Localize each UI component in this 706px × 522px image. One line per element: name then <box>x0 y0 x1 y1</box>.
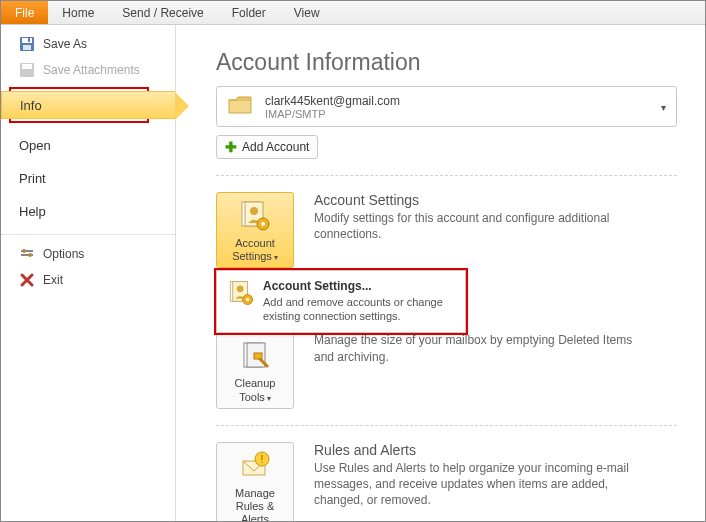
rules-icon: ! <box>238 449 272 483</box>
sidebar-options[interactable]: Options <box>1 241 175 267</box>
svg-point-13 <box>250 207 258 215</box>
file-tab[interactable]: File <box>1 1 48 24</box>
backstage-sidebar: Save As Save Attachments Info Open Print… <box>1 25 176 521</box>
sidebar-open[interactable]: Open <box>1 129 175 162</box>
tab-send-receive[interactable]: Send / Receive <box>108 1 217 24</box>
button-label: Account Settings <box>232 237 275 262</box>
button-label: Manage Rules & Alerts <box>235 487 275 521</box>
cleanup-tools-button[interactable]: Cleanup Tools▾ <box>216 332 294 408</box>
section-desc: Manage the size of your mailbox by empty… <box>314 332 644 364</box>
sidebar-save-attachments: Save Attachments <box>1 57 175 83</box>
svg-rect-2 <box>23 45 31 50</box>
backstage-main: Account Information clark445kent@gmail.c… <box>176 25 705 521</box>
add-account-button[interactable]: ✚ Add Account <box>216 135 318 159</box>
tab-view[interactable]: View <box>280 1 334 24</box>
sidebar-item-label: Save Attachments <box>43 63 140 77</box>
plus-icon: ✚ <box>225 141 237 153</box>
menu-item-desc: Add and remove accounts or change existi… <box>263 295 455 324</box>
svg-rect-1 <box>22 38 32 43</box>
section-desc: Use Rules and Alerts to help organize yo… <box>314 460 644 509</box>
save-icon <box>19 36 35 52</box>
cleanup-icon <box>238 339 272 373</box>
sidebar-item-label: Options <box>43 247 84 261</box>
separator <box>216 425 677 426</box>
svg-text:!: ! <box>261 454 264 465</box>
account-settings-icon <box>238 199 272 233</box>
svg-point-20 <box>246 298 249 301</box>
sidebar-item-label: Save As <box>43 37 87 51</box>
svg-rect-3 <box>28 38 30 42</box>
section-title: Rules and Alerts <box>314 442 644 458</box>
chevron-down-icon: ▾ <box>274 253 278 263</box>
svg-point-9 <box>28 253 32 257</box>
section-rules: ! Manage Rules & Alerts Rules and Alerts… <box>216 442 677 521</box>
account-settings-button[interactable]: Account Settings▾ <box>216 192 294 268</box>
tab-home[interactable]: Home <box>48 1 108 24</box>
button-label: Add Account <box>242 140 309 154</box>
chevron-down-icon: ▾ <box>267 394 271 404</box>
caret-down-icon: ▾ <box>661 101 666 112</box>
sidebar-item-label: Exit <box>43 273 63 287</box>
sidebar-item-label: Info <box>20 98 42 113</box>
sidebar-save-as[interactable]: Save As <box>1 31 175 57</box>
section-desc: Modify settings for this account and con… <box>314 210 644 242</box>
sidebar-exit[interactable]: Exit <box>1 267 175 293</box>
account-selector[interactable]: clark445kent@gmail.com IMAP/SMTP ▾ <box>216 86 677 127</box>
ribbon-bar: File Home Send / Receive Folder View <box>1 1 705 25</box>
svg-rect-5 <box>22 64 32 69</box>
section-title: Account Settings <box>314 192 644 208</box>
svg-rect-23 <box>254 353 262 359</box>
svg-rect-10 <box>229 100 251 113</box>
account-type: IMAP/SMTP <box>265 108 400 120</box>
folder-icon <box>227 93 255 120</box>
svg-point-15 <box>261 222 265 226</box>
exit-icon <box>19 272 35 288</box>
sidebar-info[interactable]: Info <box>1 91 175 119</box>
account-settings-small-icon <box>227 279 255 324</box>
svg-point-8 <box>22 249 26 253</box>
save-attachments-icon <box>19 62 35 78</box>
sidebar-help[interactable]: Help <box>1 195 175 228</box>
options-icon <box>19 246 35 262</box>
account-email: clark445kent@gmail.com <box>265 94 400 108</box>
menu-item-title: Account Settings... <box>263 279 455 293</box>
page-title: Account Information <box>216 49 677 76</box>
tab-folder[interactable]: Folder <box>218 1 280 24</box>
separator <box>216 175 677 176</box>
section-account-settings: Account Settings▾ Account Settings Modif… <box>216 192 677 268</box>
svg-point-18 <box>237 286 244 293</box>
sidebar-print[interactable]: Print <box>1 162 175 195</box>
manage-rules-button[interactable]: ! Manage Rules & Alerts <box>216 442 294 521</box>
section-cleanup: Cleanup Tools▾ Manage the size of your m… <box>216 332 677 408</box>
account-settings-menu-item[interactable]: Account Settings... Add and remove accou… <box>216 270 466 333</box>
